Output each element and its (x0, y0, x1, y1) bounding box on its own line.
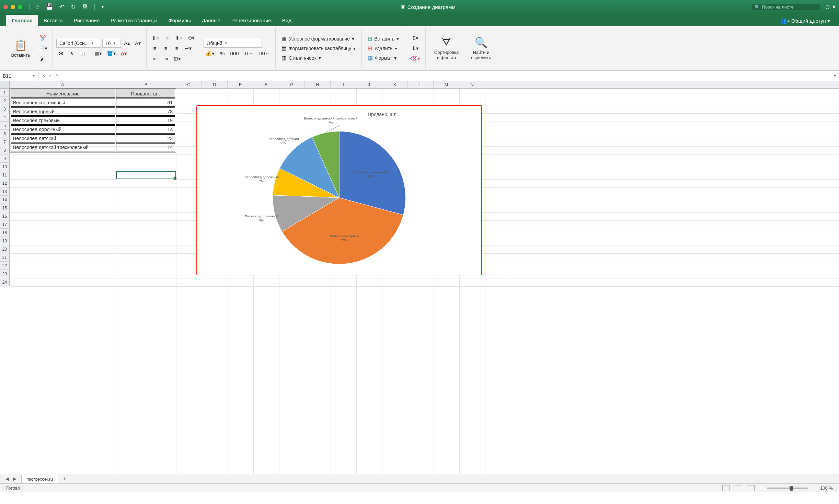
column-header-D[interactable]: D (202, 81, 228, 88)
delete-cells-button[interactable]: ⊟Удалить ▾ (365, 44, 401, 53)
cell-name[interactable]: Велосипед детский (11, 134, 115, 142)
formula-input[interactable] (62, 71, 831, 81)
sort-filter-button[interactable]: ᗊ Сортировка и фильтр (429, 28, 463, 68)
row-header-17[interactable]: 17 (0, 220, 9, 229)
add-sheet-button[interactable]: + (60, 476, 68, 482)
close-window-button[interactable] (3, 5, 8, 9)
column-header-E[interactable]: E (228, 81, 253, 88)
tab-view[interactable]: Вид (277, 15, 297, 26)
row-header-16[interactable]: 16 (0, 212, 9, 220)
feedback-icon[interactable]: ☺ ▾ (825, 3, 836, 11)
italic-button[interactable]: К (67, 49, 77, 58)
copy-icon[interactable]: 📄▾ (36, 44, 49, 53)
column-header-J[interactable]: J (356, 81, 382, 88)
cell-value[interactable]: 78 (116, 107, 175, 116)
row-header-21[interactable]: 21 (0, 253, 9, 262)
worksheet-grid[interactable]: ABCDEFGHIJKLMN 1234567891011121314151617… (0, 81, 839, 474)
paste-button[interactable]: 📋 Вставить (7, 28, 34, 68)
column-header-L[interactable]: L (408, 81, 434, 88)
column-header-K[interactable]: K (382, 81, 408, 88)
select-all-corner[interactable] (0, 81, 10, 88)
column-header-M[interactable]: M (434, 81, 459, 88)
format-cells-button[interactable]: ▦Формат ▾ (365, 54, 401, 62)
merge-cells-icon[interactable]: ⊞▾ (172, 54, 183, 63)
cancel-formula-icon[interactable]: ✕ (42, 73, 45, 78)
row-header-3[interactable]: 3 (0, 105, 9, 113)
qat-dropdown-icon[interactable]: ▼ (101, 5, 104, 9)
percent-icon[interactable]: % (218, 49, 227, 58)
chart-title[interactable]: Продано, шт. (368, 112, 396, 117)
sheet-tab[interactable]: microexcel.ru (21, 475, 58, 483)
home-icon[interactable]: ⌂ (36, 3, 39, 11)
enter-formula-icon[interactable]: ✓ (49, 73, 52, 78)
undo-icon[interactable]: ↶ (59, 3, 65, 11)
autosum-icon[interactable]: Σ▾ (409, 34, 422, 43)
sheet-nav-prev-icon[interactable]: ◀ (3, 476, 11, 481)
cell-value[interactable]: 61 (116, 99, 175, 107)
tab-insert[interactable]: Вставка (38, 15, 68, 26)
number-format-combo[interactable]: Общий▼ (204, 39, 262, 48)
zoom-window-button[interactable] (18, 5, 22, 9)
zoom-in-button[interactable]: + (813, 485, 816, 491)
borders-button[interactable]: ▦▾ (93, 49, 104, 58)
zoom-out-button[interactable]: − (759, 485, 762, 491)
decrease-font-icon[interactable]: A▾ (133, 39, 143, 48)
page-break-view-icon[interactable] (747, 485, 755, 491)
column-header-C[interactable]: C (176, 81, 202, 88)
pie-chart[interactable]: Велосипед спортивный29%Велосипед горный3… (196, 105, 482, 275)
column-header-N[interactable]: N (459, 81, 485, 88)
align-bottom-icon[interactable]: ⬇≡ (173, 34, 184, 43)
column-header-B[interactable]: B (116, 81, 176, 88)
cell-name[interactable]: Велосипед горный (11, 107, 115, 116)
row-header-11[interactable]: 11 (0, 171, 9, 179)
row-header-24[interactable]: 24 (0, 278, 9, 286)
comma-icon[interactable]: 000 (229, 49, 241, 58)
cell-name[interactable]: Велосипед трековый (11, 116, 115, 125)
expand-formula-bar-icon[interactable]: ▼ (831, 74, 839, 78)
cut-icon[interactable]: ✂️ (36, 34, 49, 43)
column-header-F[interactable]: F (253, 81, 279, 88)
row-header-5[interactable]: 5 (0, 122, 9, 130)
fx-icon[interactable]: fx (56, 73, 59, 78)
cell-name[interactable]: Велосипед дорожный (11, 125, 115, 134)
increase-decimal-icon[interactable]: .0→ (242, 49, 255, 58)
row-header-20[interactable]: 20 (0, 245, 9, 253)
cell-value[interactable]: 14 (116, 143, 175, 151)
align-center-icon[interactable]: ≡ (161, 44, 171, 53)
row-header-13[interactable]: 13 (0, 187, 9, 196)
currency-icon[interactable]: 💰▾ (204, 49, 216, 58)
tab-formulas[interactable]: Формулы (163, 15, 196, 26)
conditional-formatting-button[interactable]: ▦Условное форматирование ▾ (279, 35, 358, 43)
align-top-icon[interactable]: ⬆≡ (150, 34, 161, 43)
row-header-22[interactable]: 22 (0, 262, 9, 270)
tab-data[interactable]: Данные (196, 15, 226, 26)
font-size-combo[interactable]: 16▼ (102, 39, 121, 48)
cell-name[interactable]: Велосипед детский трехколесный (11, 143, 115, 151)
row-header-6[interactable]: 6 (0, 130, 9, 138)
row-header-19[interactable]: 19 (0, 237, 9, 245)
row-header-12[interactable]: 12 (0, 179, 9, 187)
cell-styles-button[interactable]: ▥Стили ячеек ▾ (279, 54, 358, 62)
column-header-G[interactable]: G (279, 81, 305, 88)
row-header-7[interactable]: 7 (0, 138, 9, 146)
bold-button[interactable]: Ж (56, 49, 66, 58)
normal-view-icon[interactable] (722, 485, 730, 491)
column-header-H[interactable]: H (305, 81, 331, 88)
row-header-8[interactable]: 8 (0, 146, 9, 154)
format-as-table-button[interactable]: ▤Форматировать как таблицу ▾ (279, 44, 358, 53)
format-painter-icon[interactable]: 🖌 (36, 54, 49, 63)
fill-icon[interactable]: ⬇▾ (409, 44, 422, 53)
minimize-window-button[interactable] (11, 5, 15, 9)
decrease-decimal-icon[interactable]: .00← (256, 49, 272, 58)
insert-cells-button[interactable]: ⊞Вставить ▾ (365, 35, 401, 43)
row-header-15[interactable]: 15 (0, 204, 9, 212)
font-color-button[interactable]: A▾ (119, 49, 129, 58)
row-header-4[interactable]: 4 (0, 113, 9, 122)
page-layout-view-icon[interactable] (735, 485, 742, 491)
row-header-14[interactable]: 14 (0, 196, 9, 204)
column-header-A[interactable]: A (10, 81, 116, 88)
tab-review[interactable]: Рецензирование (226, 15, 277, 26)
active-cell[interactable] (116, 171, 176, 179)
fill-color-button[interactable]: 🪣▾ (105, 49, 118, 58)
search-box[interactable]: 🔍 Поиск на листе (752, 4, 820, 10)
